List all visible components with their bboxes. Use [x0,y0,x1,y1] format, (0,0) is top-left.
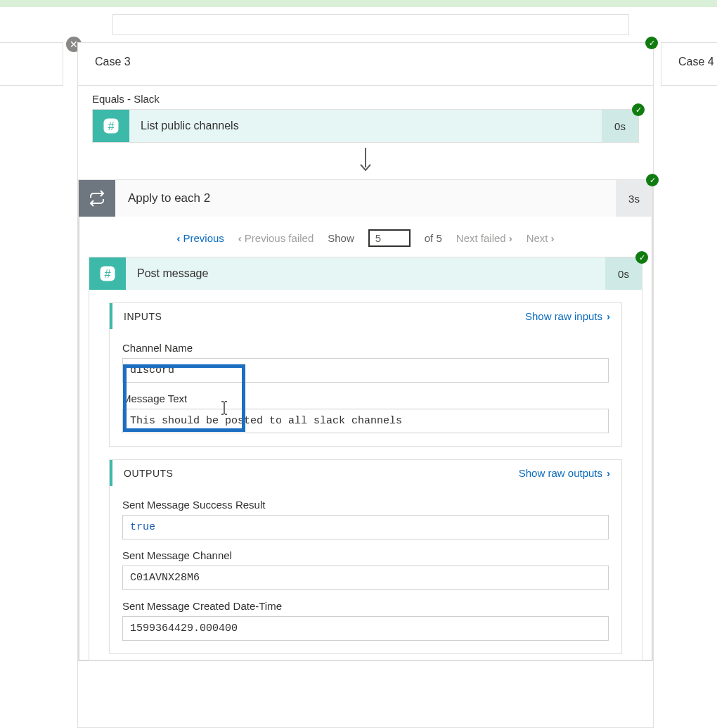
action-title: Apply to each 2 [115,180,616,217]
field-label-success-result: Sent Message Success Result [122,499,609,511]
case-body: Equals - Slack # List public channels 0s… [77,86,654,728]
action-duration: 0s [605,257,642,290]
action-duration: 0s [602,110,638,142]
pager-next-failed: Next failed› [456,232,512,244]
label: Previous failed [245,232,314,244]
field-label-message-text: Message Text [122,392,609,404]
check-icon: ✓ [635,251,648,264]
svg-text:#: # [104,267,110,280]
pager-previous[interactable]: ‹Previous [176,232,224,244]
slack-icon: # [93,110,129,142]
check-icon: ✓ [645,37,658,49]
condition-label: Equals - Slack [78,86,653,109]
prev-action-card [112,14,629,35]
iteration-pager: ‹Previous ‹Previous failed Show 5 of 5 N… [79,217,652,257]
pager-next[interactable]: Next› [527,232,555,244]
check-icon: ✓ [646,174,659,186]
post-message-header[interactable]: # Post message 0s [89,257,642,290]
action-title: Post message [126,257,605,290]
loop-icon [79,180,115,217]
field-label-created-datetime: Sent Message Created Date-Time [122,600,609,612]
check-icon: ✓ [632,103,645,116]
field-value-success-result[interactable]: true [122,515,609,539]
field-value-channel-name[interactable]: discord [122,358,609,383]
chevron-right-icon: › [607,467,610,479]
label: Next [527,232,548,244]
action-post-message: # Post message 0s ✓ INPUTS Show raw inpu… [89,257,642,660]
action-duration: 3s [616,180,652,217]
show-label: Show [328,232,354,244]
case-card-3[interactable]: Case 3 [77,42,654,86]
label: Next failed [456,232,506,244]
success-banner [0,0,717,7]
label: Show raw inputs [525,310,602,322]
field-value-created-datetime[interactable]: 1599364429.000400 [122,616,609,641]
of-total: of 5 [425,232,442,244]
action-title: List public channels [129,110,602,142]
outputs-card: OUTPUTS Show raw outputs › Sent Message … [109,459,622,654]
inputs-card: INPUTS Show raw inputs › Channel Name di… [109,302,622,447]
show-raw-outputs[interactable]: Show raw outputs › [519,467,610,479]
action-apply-to-each: Apply to each 2 3s ✓ ‹Previous ‹Previous… [78,179,653,661]
case-card-4[interactable]: Case 4 [661,42,717,86]
show-raw-inputs[interactable]: Show raw inputs › [525,310,610,322]
chevron-right-icon: › [607,310,610,322]
svg-text:#: # [108,120,114,132]
outputs-header: OUTPUTS [124,468,173,479]
case-card-prev [0,42,63,86]
inputs-header: INPUTS [124,311,162,322]
apply-to-each-header[interactable]: Apply to each 2 3s [79,180,652,217]
field-label-channel: Sent Message Channel [122,549,609,561]
label: Show raw outputs [519,467,602,479]
case-title: Case 3 [78,43,653,81]
field-value-message-text[interactable]: This should be posted to all slack chann… [122,409,609,433]
case-title: Case 4 [661,43,717,81]
slack-icon: # [89,257,126,290]
pager-previous-failed: ‹Previous failed [238,232,314,244]
pager-current-input[interactable]: 5 [368,229,411,247]
flow-arrow [78,143,653,179]
field-value-channel[interactable]: C01AVNX28M6 [122,566,609,590]
field-label-channel-name: Channel Name [122,342,609,354]
action-list-public-channels[interactable]: # List public channels 0s ✓ [92,109,639,143]
label: Previous [183,232,224,244]
